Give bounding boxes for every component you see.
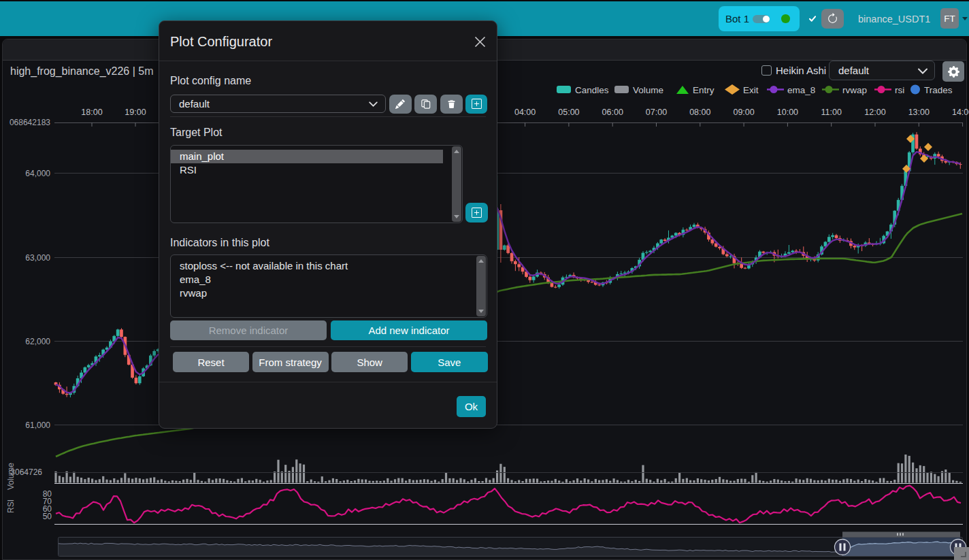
svg-text:13:00: 13:00 <box>908 108 930 117</box>
svg-text:50: 50 <box>43 512 52 521</box>
svg-text:14:00: 14:00 <box>952 108 969 117</box>
svg-text:07:00: 07:00 <box>646 108 667 117</box>
svg-text:04:00: 04:00 <box>514 108 536 117</box>
svg-text:05:00: 05:00 <box>558 108 579 117</box>
svg-text:11:00: 11:00 <box>821 108 842 117</box>
svg-text:Entry: Entry <box>693 85 715 95</box>
svg-text:09:00: 09:00 <box>733 108 754 117</box>
svg-text:06:00: 06:00 <box>602 108 623 117</box>
svg-text:Exit: Exit <box>743 85 759 95</box>
svg-text:rsi: rsi <box>895 85 904 95</box>
svg-text:19:00: 19:00 <box>125 108 146 117</box>
svg-text:61,000: 61,000 <box>25 421 50 430</box>
svg-text:08:00: 08:00 <box>689 108 710 117</box>
svg-text:63,000: 63,000 <box>25 253 50 263</box>
svg-text:RSI: RSI <box>6 499 16 513</box>
svg-text:64,000: 64,000 <box>25 169 50 178</box>
svg-text:Volume: Volume <box>6 463 16 490</box>
svg-text:12:00: 12:00 <box>864 108 885 117</box>
svg-text:Volume: Volume <box>633 85 663 95</box>
svg-text:62,000: 62,000 <box>25 337 50 346</box>
svg-text:068642183: 068642183 <box>10 118 50 127</box>
svg-text:ema_8: ema_8 <box>787 85 815 95</box>
svg-text:10:00: 10:00 <box>777 108 798 117</box>
svg-text:Candles: Candles <box>575 85 609 95</box>
svg-text:Trades: Trades <box>924 85 953 95</box>
svg-text:rvwap: rvwap <box>842 85 867 95</box>
svg-text:high_frog_binance_v226 | 5m: high_frog_binance_v226 | 5m <box>10 65 154 78</box>
svg-text:18:00: 18:00 <box>81 108 102 117</box>
